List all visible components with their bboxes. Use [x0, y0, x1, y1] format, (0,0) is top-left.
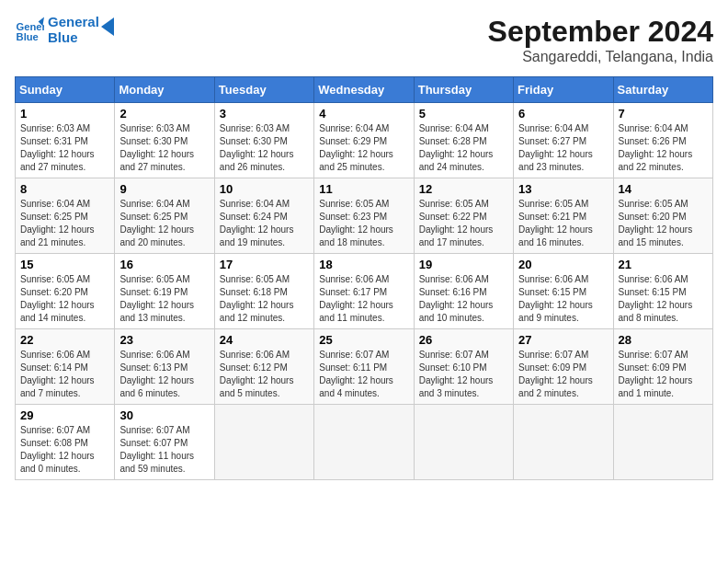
calendar-cell: 11Sunrise: 6:05 AMSunset: 6:23 PMDayligh…: [314, 178, 414, 254]
day-number: 14: [619, 182, 708, 196]
day-info: Sunrise: 6:04 AMSunset: 6:29 PMDaylight:…: [319, 122, 408, 174]
day-number: 19: [419, 258, 508, 271]
calendar-cell: 1Sunrise: 6:03 AMSunset: 6:31 PMDaylight…: [16, 103, 115, 178]
day-number: 2: [119, 107, 209, 121]
calendar-cell: 23Sunrise: 6:06 AMSunset: 6:13 PMDayligh…: [115, 329, 214, 405]
header-row: SundayMondayTuesdayWednesdayThursdayFrid…: [16, 77, 713, 103]
column-header-tuesday: Tuesday: [214, 77, 313, 103]
calendar-cell: 12Sunrise: 6:05 AMSunset: 6:22 PMDayligh…: [414, 178, 513, 254]
calendar-cell: 2Sunrise: 6:03 AMSunset: 6:30 PMDaylight…: [115, 103, 214, 178]
day-info: Sunrise: 6:05 AMSunset: 6:18 PMDaylight:…: [220, 273, 309, 325]
calendar-cell: 19Sunrise: 6:06 AMSunset: 6:16 PMDayligh…: [414, 254, 513, 329]
svg-text:Blue: Blue: [17, 31, 39, 42]
day-number: 5: [419, 107, 508, 121]
header: General Blue General Blue September 2024…: [15, 15, 713, 65]
calendar-cell: 10Sunrise: 6:04 AMSunset: 6:24 PMDayligh…: [214, 178, 313, 254]
day-info: Sunrise: 6:06 AMSunset: 6:16 PMDaylight:…: [419, 273, 508, 325]
day-number: 22: [20, 333, 109, 347]
logo-line2: Blue: [48, 30, 99, 46]
day-info: Sunrise: 6:06 AMSunset: 6:15 PMDaylight:…: [619, 273, 708, 325]
calendar-cell: 25Sunrise: 6:07 AMSunset: 6:11 PMDayligh…: [314, 329, 414, 405]
day-info: Sunrise: 6:05 AMSunset: 6:19 PMDaylight:…: [119, 273, 209, 325]
calendar-cell: 4Sunrise: 6:04 AMSunset: 6:29 PMDaylight…: [314, 103, 414, 178]
day-info: Sunrise: 6:04 AMSunset: 6:25 PMDaylight:…: [119, 198, 209, 249]
calendar-cell: 21Sunrise: 6:06 AMSunset: 6:15 PMDayligh…: [613, 254, 712, 329]
week-row-1: 1Sunrise: 6:03 AMSunset: 6:31 PMDaylight…: [16, 103, 713, 178]
day-number: 6: [518, 107, 608, 121]
day-number: 1: [20, 107, 109, 121]
calendar-cell: 15Sunrise: 6:05 AMSunset: 6:20 PMDayligh…: [16, 254, 115, 329]
calendar-cell: 9Sunrise: 6:04 AMSunset: 6:25 PMDaylight…: [115, 178, 214, 254]
day-info: Sunrise: 6:03 AMSunset: 6:30 PMDaylight:…: [220, 122, 309, 174]
calendar-cell: 17Sunrise: 6:05 AMSunset: 6:18 PMDayligh…: [214, 254, 313, 329]
calendar-cell: 30Sunrise: 6:07 AMSunset: 6:07 PMDayligh…: [115, 405, 214, 480]
day-info: Sunrise: 6:06 AMSunset: 6:15 PMDaylight:…: [518, 273, 608, 325]
week-row-3: 15Sunrise: 6:05 AMSunset: 6:20 PMDayligh…: [16, 254, 713, 329]
day-info: Sunrise: 6:06 AMSunset: 6:17 PMDaylight:…: [319, 273, 408, 325]
day-number: 20: [518, 258, 608, 271]
day-number: 21: [619, 258, 708, 271]
calendar-table: SundayMondayTuesdayWednesdayThursdayFrid…: [15, 76, 713, 480]
day-number: 29: [20, 408, 109, 422]
day-number: 23: [119, 333, 209, 347]
day-info: Sunrise: 6:07 AMSunset: 6:09 PMDaylight:…: [518, 349, 608, 400]
calendar-cell: 24Sunrise: 6:06 AMSunset: 6:12 PMDayligh…: [214, 329, 313, 405]
title-area: September 2024 Sangareddi, Telangana, In…: [488, 15, 713, 65]
day-info: Sunrise: 6:05 AMSunset: 6:22 PMDaylight:…: [419, 198, 508, 249]
calendar-cell: 3Sunrise: 6:03 AMSunset: 6:30 PMDaylight…: [214, 103, 313, 178]
day-info: Sunrise: 6:06 AMSunset: 6:13 PMDaylight:…: [119, 349, 209, 400]
day-info: Sunrise: 6:06 AMSunset: 6:12 PMDaylight:…: [220, 349, 309, 400]
column-header-friday: Friday: [514, 77, 613, 103]
day-number: 7: [619, 107, 708, 121]
calendar-cell: [514, 405, 613, 480]
day-number: 24: [220, 333, 309, 347]
calendar-cell: 6Sunrise: 6:04 AMSunset: 6:27 PMDaylight…: [514, 103, 613, 178]
day-number: 26: [419, 333, 508, 347]
day-info: Sunrise: 6:07 AMSunset: 6:11 PMDaylight:…: [319, 349, 408, 400]
day-number: 17: [220, 258, 309, 271]
calendar-cell: 8Sunrise: 6:04 AMSunset: 6:25 PMDaylight…: [16, 178, 115, 254]
day-number: 10: [220, 182, 309, 196]
day-number: 16: [119, 258, 209, 271]
day-number: 8: [20, 182, 109, 196]
page-subtitle: Sangareddi, Telangana, India: [488, 49, 713, 65]
day-info: Sunrise: 6:05 AMSunset: 6:20 PMDaylight:…: [619, 198, 708, 249]
calendar-cell: 26Sunrise: 6:07 AMSunset: 6:10 PMDayligh…: [414, 329, 513, 405]
calendar-cell: 13Sunrise: 6:05 AMSunset: 6:21 PMDayligh…: [514, 178, 613, 254]
day-number: 3: [220, 107, 309, 121]
calendar-cell: 14Sunrise: 6:05 AMSunset: 6:20 PMDayligh…: [613, 178, 712, 254]
day-info: Sunrise: 6:05 AMSunset: 6:23 PMDaylight:…: [319, 198, 408, 249]
day-number: 11: [319, 182, 408, 196]
calendar-cell: 7Sunrise: 6:04 AMSunset: 6:26 PMDaylight…: [613, 103, 712, 178]
day-info: Sunrise: 6:07 AMSunset: 6:07 PMDaylight:…: [119, 424, 209, 476]
calendar-cell: 5Sunrise: 6:04 AMSunset: 6:28 PMDaylight…: [414, 103, 513, 178]
day-number: 9: [119, 182, 209, 196]
logo: General Blue General Blue: [15, 15, 119, 45]
logo-arrow-icon: [101, 17, 119, 36]
column-header-monday: Monday: [115, 77, 214, 103]
calendar-cell: 28Sunrise: 6:07 AMSunset: 6:09 PMDayligh…: [613, 329, 712, 405]
day-number: 28: [619, 333, 708, 347]
day-number: 13: [518, 182, 608, 196]
day-info: Sunrise: 6:05 AMSunset: 6:20 PMDaylight:…: [20, 273, 109, 325]
logo-line1: General: [48, 14, 99, 29]
day-info: Sunrise: 6:04 AMSunset: 6:24 PMDaylight:…: [220, 198, 309, 249]
column-header-thursday: Thursday: [414, 77, 513, 103]
calendar-cell: 22Sunrise: 6:06 AMSunset: 6:14 PMDayligh…: [16, 329, 115, 405]
day-info: Sunrise: 6:07 AMSunset: 6:08 PMDaylight:…: [20, 424, 109, 476]
column-header-sunday: Sunday: [16, 77, 115, 103]
day-number: 30: [119, 408, 209, 422]
column-header-saturday: Saturday: [613, 77, 712, 103]
svg-marker-3: [101, 17, 114, 36]
day-info: Sunrise: 6:04 AMSunset: 6:27 PMDaylight:…: [518, 122, 608, 174]
day-info: Sunrise: 6:07 AMSunset: 6:09 PMDaylight:…: [619, 349, 708, 400]
day-info: Sunrise: 6:03 AMSunset: 6:30 PMDaylight:…: [119, 122, 209, 174]
calendar-cell: [613, 405, 712, 480]
day-number: 18: [319, 258, 408, 271]
logo-icon: General Blue: [15, 16, 44, 45]
column-header-wednesday: Wednesday: [314, 77, 414, 103]
calendar-cell: 29Sunrise: 6:07 AMSunset: 6:08 PMDayligh…: [16, 405, 115, 480]
day-info: Sunrise: 6:03 AMSunset: 6:31 PMDaylight:…: [20, 122, 109, 174]
calendar-cell: 20Sunrise: 6:06 AMSunset: 6:15 PMDayligh…: [514, 254, 613, 329]
calendar-cell: 18Sunrise: 6:06 AMSunset: 6:17 PMDayligh…: [314, 254, 414, 329]
